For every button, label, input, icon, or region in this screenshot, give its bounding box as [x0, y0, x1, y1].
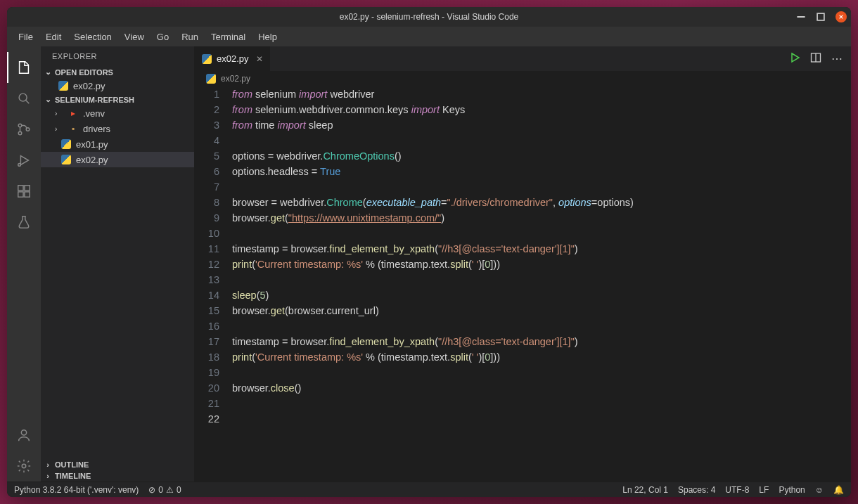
run-icon[interactable] — [789, 52, 800, 66]
python-icon — [201, 53, 212, 65]
timeline-header[interactable]: ›TIMELINE — [41, 470, 194, 482]
svg-point-15 — [22, 464, 26, 468]
svg-rect-10 — [18, 186, 23, 190]
explorer-icon[interactable] — [7, 52, 41, 83]
activity-bar — [7, 46, 41, 482]
source-control-icon[interactable] — [7, 114, 41, 145]
search-icon[interactable] — [7, 83, 41, 114]
settings-icon[interactable] — [7, 451, 41, 482]
svg-rect-12 — [25, 192, 30, 197]
file-ex02[interactable]: ex02.py — [41, 152, 194, 167]
python-icon — [205, 73, 217, 84]
menu-terminal[interactable]: Terminal — [205, 29, 251, 45]
status-problems[interactable]: ⊘0⚠0 — [148, 485, 181, 495]
status-lang[interactable]: Python — [779, 485, 805, 495]
status-feedback-icon[interactable]: ☺ — [815, 485, 824, 495]
menu-help[interactable]: Help — [252, 29, 283, 45]
statusbar: Python 3.8.2 64-bit ('.venv': venv) ⊘0⚠0… — [7, 482, 851, 497]
menu-run[interactable]: Run — [176, 29, 204, 45]
accounts-icon[interactable] — [7, 420, 41, 451]
python-icon — [60, 138, 72, 150]
window-controls — [796, 11, 847, 22]
folder-drivers[interactable]: ›▪drivers — [41, 121, 194, 136]
project-header[interactable]: ⌄SELENIUM-REFRESH — [41, 93, 194, 105]
editor: ex02.py✕ ⋯ ex02.py 123456789101112131415… — [194, 46, 851, 482]
svg-point-8 — [26, 128, 30, 131]
status-position[interactable]: Ln 22, Col 1 — [622, 485, 668, 495]
svg-point-4 — [19, 93, 27, 101]
open-editor-item[interactable]: ex02.py — [41, 78, 194, 93]
vscode-window: ex02.py - selenium-refresh - Visual Stud… — [7, 7, 851, 497]
minimize-button[interactable] — [796, 12, 806, 22]
tabbar: ex02.py✕ ⋯ — [194, 46, 851, 71]
svg-point-7 — [18, 131, 22, 135]
status-eol[interactable]: LF — [759, 485, 769, 495]
testing-icon[interactable] — [7, 207, 41, 238]
svg-rect-11 — [18, 192, 23, 197]
tab-ex02[interactable]: ex02.py✕ — [194, 46, 271, 71]
python-icon — [58, 80, 69, 91]
menu-file[interactable]: File — [13, 29, 39, 45]
extensions-icon[interactable] — [7, 176, 41, 207]
status-python[interactable]: Python 3.8.2 64-bit ('.venv': venv) — [14, 485, 139, 495]
svg-point-14 — [21, 430, 26, 435]
status-bell-icon[interactable]: 🔔 — [833, 485, 844, 495]
svg-rect-1 — [817, 13, 824, 20]
status-encoding[interactable]: UTF-8 — [725, 485, 749, 495]
svg-point-9 — [18, 164, 21, 167]
window-title: ex02.py - selenium-refresh - Visual Stud… — [7, 12, 851, 22]
code-area[interactable]: 12345678910111213141516171819202122 from… — [194, 86, 851, 482]
close-icon[interactable]: ✕ — [256, 54, 263, 64]
file-ex01[interactable]: ex01.py — [41, 136, 194, 152]
menu-view[interactable]: View — [119, 29, 150, 45]
svg-point-6 — [18, 124, 22, 127]
breadcrumb[interactable]: ex02.py — [194, 71, 851, 86]
close-button[interactable] — [835, 11, 847, 22]
menu-edit[interactable]: Edit — [40, 29, 67, 45]
code-content[interactable]: from selenium import webdriverfrom selen… — [232, 86, 851, 482]
maximize-button[interactable] — [816, 12, 826, 22]
run-debug-icon[interactable] — [7, 145, 41, 176]
sidebar-title: EXPLORER — [41, 46, 194, 66]
svg-line-5 — [26, 101, 30, 104]
split-editor-icon[interactable] — [810, 52, 821, 66]
folder-icon: ▪ — [68, 123, 79, 134]
editor-actions: ⋯ — [781, 46, 851, 71]
open-editors-header[interactable]: ⌄OPEN EDITORS — [41, 66, 194, 78]
titlebar: ex02.py - selenium-refresh - Visual Stud… — [7, 7, 851, 27]
sidebar: EXPLORER ⌄OPEN EDITORS ex02.py ⌄SELENIUM… — [41, 46, 194, 482]
status-spaces[interactable]: Spaces: 4 — [678, 485, 715, 495]
folder-venv[interactable]: ›▸.venv — [41, 105, 194, 121]
menubar: File Edit Selection View Go Run Terminal… — [7, 27, 851, 46]
folder-icon: ▸ — [68, 108, 79, 119]
svg-rect-13 — [25, 186, 30, 190]
python-icon — [60, 154, 72, 165]
outline-header[interactable]: ›OUTLINE — [41, 459, 194, 470]
menu-go[interactable]: Go — [151, 29, 174, 45]
gutter: 12345678910111213141516171819202122 — [194, 86, 232, 482]
more-icon[interactable]: ⋯ — [831, 52, 843, 65]
menu-selection[interactable]: Selection — [68, 29, 117, 45]
